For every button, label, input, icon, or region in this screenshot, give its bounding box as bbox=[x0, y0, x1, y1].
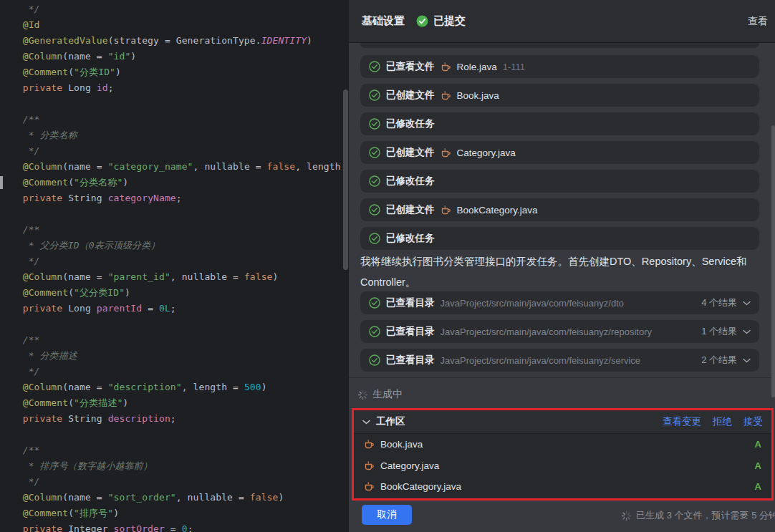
task-line-range: 1-111 bbox=[503, 62, 525, 72]
code-line: private String categoryName; bbox=[0, 190, 349, 206]
workspace-file-row[interactable]: BookCategory.javaA bbox=[354, 476, 771, 498]
code-line: @GeneratedValue(strategy = GenerationTyp… bbox=[0, 33, 349, 49]
dir-result-count: 2 个结果 bbox=[701, 354, 737, 367]
footer-status-label: 已生成 3 个文件，预计需要 5 分钟 bbox=[636, 509, 775, 522]
workspace-file-row[interactable]: Category.javaA bbox=[354, 455, 771, 477]
workspace-file-list: Book.javaA Category.javaA BookCategory.j… bbox=[354, 434, 771, 498]
code-line: * 分类描述 bbox=[0, 348, 349, 364]
dir-path: JavaProject/src/main/java/com/feisuanyz/… bbox=[441, 327, 696, 337]
task-label: 已查看文件 bbox=[386, 60, 435, 73]
status-badge-label: 已提交 bbox=[433, 14, 466, 28]
task-label: 已创建文件 bbox=[386, 89, 435, 102]
task-card[interactable]: 已创建文件 Category.java bbox=[360, 141, 759, 164]
dir-label: 已查看目录 bbox=[386, 296, 435, 309]
code-line: @Column(name = "category_name", nullable… bbox=[0, 159, 349, 175]
code-line: */ bbox=[0, 253, 349, 269]
scrolled-card-partial bbox=[360, 43, 759, 48]
check-circle-icon bbox=[369, 61, 380, 72]
dir-result-count: 1 个结果 bbox=[701, 325, 737, 338]
java-file-icon bbox=[364, 460, 375, 471]
code-lines: */ @Id @GeneratedValue(strategy = Genera… bbox=[0, 1, 349, 532]
code-line: @Column(name = "parent_id", nullable = f… bbox=[0, 269, 349, 285]
task-card[interactable]: 已创建文件 Book.java bbox=[360, 84, 759, 107]
panel-scrollbar[interactable] bbox=[771, 125, 775, 397]
vcs-status-added: A bbox=[755, 460, 761, 471]
workspace-file-name: Category.java bbox=[380, 460, 439, 471]
task-file-name: Book.java bbox=[457, 90, 499, 101]
dir-path: JavaProject/src/main/java/com/feisuanyz/… bbox=[441, 298, 696, 309]
code-line: private String description; bbox=[0, 411, 349, 427]
panel-title: 基础设置 bbox=[362, 14, 405, 28]
code-line: @Comment("分类名称") bbox=[0, 175, 349, 190]
directory-card[interactable]: 已查看目录JavaProject/src/main/java/com/feisu… bbox=[360, 349, 759, 372]
code-line: @Comment("分类描述") bbox=[0, 395, 349, 411]
code-line: */ bbox=[0, 1, 349, 17]
expand-toggle[interactable] bbox=[743, 301, 751, 306]
generating-indicator: 生成中 bbox=[357, 388, 403, 401]
code-line: @Column(name = "description", length = 5… bbox=[0, 379, 349, 395]
code-line: /** bbox=[0, 112, 349, 127]
code-line bbox=[0, 316, 349, 332]
task-label: 已修改任务 bbox=[386, 117, 435, 130]
chevron-down-icon bbox=[743, 301, 751, 306]
code-line: /** bbox=[0, 442, 349, 458]
code-line bbox=[0, 427, 349, 442]
check-circle-icon bbox=[369, 204, 380, 216]
code-editor[interactable]: */ @Id @GeneratedValue(strategy = Genera… bbox=[0, 0, 349, 532]
task-file-name: Category.java bbox=[457, 147, 516, 158]
workspace-file-name: BookCategory.java bbox=[380, 481, 461, 492]
task-card[interactable]: 已查看文件 Role.java1-111 bbox=[360, 55, 759, 78]
view-button[interactable]: 查看 bbox=[748, 15, 768, 28]
code-line: @Comment("排序号") bbox=[0, 506, 349, 521]
task-label: 已创建文件 bbox=[386, 146, 435, 159]
code-line: * 父分类ID（0表示顶级分类） bbox=[0, 238, 349, 253]
check-circle-icon bbox=[369, 233, 380, 244]
check-circle-icon bbox=[369, 326, 380, 337]
panel-header: 基础设置 已提交 查看 bbox=[349, 0, 775, 43]
dir-label: 已查看目录 bbox=[386, 325, 435, 338]
accept-link[interactable]: 接受 bbox=[743, 415, 763, 428]
workspace-file-row[interactable]: Book.javaA bbox=[354, 434, 771, 455]
status-badge: 已提交 bbox=[416, 14, 466, 28]
code-line: /** bbox=[0, 222, 349, 238]
java-file-icon bbox=[364, 439, 375, 450]
java-file-icon bbox=[441, 205, 451, 216]
directory-card[interactable]: 已查看目录JavaProject/src/main/java/com/feisu… bbox=[360, 291, 759, 314]
workspace-header[interactable]: 工作区 查看变更拒绝接受 bbox=[354, 410, 771, 434]
code-line: private Long id; bbox=[0, 80, 349, 96]
spinner-icon bbox=[357, 390, 368, 400]
check-circle-icon bbox=[369, 175, 380, 187]
task-card[interactable]: 已修改任务 bbox=[360, 227, 759, 250]
dir-label: 已查看目录 bbox=[386, 354, 435, 367]
cancel-button[interactable]: 取消 bbox=[362, 505, 412, 525]
task-label: 已修改任务 bbox=[386, 232, 435, 245]
task-file-name: BookCategory.java bbox=[457, 205, 538, 216]
task-file-name: Role.java bbox=[457, 62, 497, 72]
section-divider bbox=[349, 377, 775, 378]
task-card[interactable]: 已创建文件 BookCategory.java bbox=[360, 198, 759, 221]
reject-link[interactable]: 拒绝 bbox=[713, 415, 732, 428]
editor-scrollbar[interactable] bbox=[343, 90, 348, 270]
code-line: @Column(name = "id") bbox=[0, 49, 349, 64]
java-file-icon bbox=[364, 481, 375, 492]
chevron-down-icon bbox=[743, 358, 751, 363]
check-circle-icon bbox=[369, 118, 380, 130]
workspace-title: 工作区 bbox=[376, 415, 405, 428]
task-card[interactable]: 已修改任务 bbox=[360, 170, 759, 193]
code-line: * 排序号（数字越小越靠前） bbox=[0, 458, 349, 474]
dir-path: JavaProject/src/main/java/com/feisuanyz/… bbox=[441, 355, 696, 366]
assistant-panel: 基础设置 已提交 查看 已查看文件 Role.java1-111 已创建文件 B… bbox=[349, 0, 775, 532]
directory-card[interactable]: 已查看目录JavaProject/src/main/java/com/feisu… bbox=[360, 320, 759, 343]
chevron-down-icon bbox=[743, 329, 751, 334]
workspace-file-name: Book.java bbox=[380, 439, 423, 450]
code-line: @Column(name = "sort_order", nullable = … bbox=[0, 490, 349, 506]
task-card[interactable]: 已修改任务 bbox=[360, 112, 759, 135]
code-line: @Comment("父分类ID") bbox=[0, 285, 349, 301]
dir-result-count: 4 个结果 bbox=[701, 296, 737, 309]
check-badge-icon bbox=[416, 15, 428, 27]
generating-label: 生成中 bbox=[372, 388, 403, 401]
java-file-icon bbox=[441, 147, 451, 158]
expand-toggle[interactable] bbox=[743, 329, 751, 334]
view-changes-link[interactable]: 查看变更 bbox=[663, 415, 701, 428]
expand-toggle[interactable] bbox=[743, 358, 751, 363]
